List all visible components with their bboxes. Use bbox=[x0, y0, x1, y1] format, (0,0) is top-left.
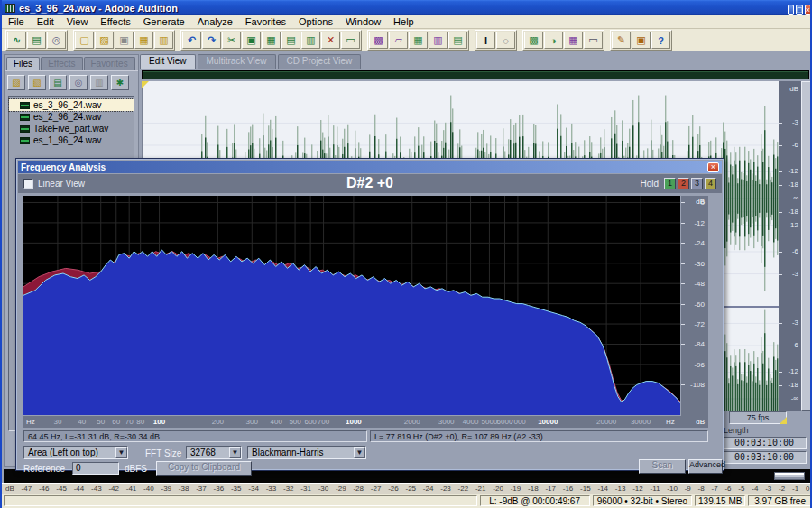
horizontal-scrollbar-thumb[interactable] bbox=[774, 472, 805, 480]
overview-navigator-bar[interactable] bbox=[142, 70, 809, 79]
scan-button[interactable]: Scan bbox=[639, 459, 686, 474]
ruler-tick-label: -6 bbox=[792, 247, 798, 255]
convert-sample-type-button[interactable]: ▩ bbox=[369, 32, 388, 49]
file-item[interactable]: TakeFive_part.wav bbox=[9, 123, 134, 134]
panel-resize-marker[interactable] bbox=[780, 417, 787, 424]
files-tab-files[interactable]: Files bbox=[6, 57, 40, 70]
tab-multitrack-view[interactable]: Multitrack View bbox=[198, 54, 276, 69]
frequency-spectrum-plot[interactable] bbox=[23, 196, 680, 415]
group-blocks-button[interactable]: ▦ bbox=[409, 32, 428, 49]
selection-boundary-marker[interactable] bbox=[142, 81, 149, 88]
y-axis-unit-bottom: dB bbox=[696, 418, 705, 426]
time-field[interactable]: 00:03:10:00 bbox=[722, 451, 807, 464]
help-icon: ? bbox=[658, 35, 664, 46]
advanced-button[interactable]: Advanced bbox=[688, 459, 723, 474]
save-file-button[interactable]: ▣ bbox=[115, 32, 134, 49]
meter-scale-label: dB bbox=[5, 485, 14, 494]
snapping-button[interactable]: ▥ bbox=[429, 32, 448, 49]
lasso-tool-button[interactable]: ◌ bbox=[496, 32, 515, 49]
snapshot-button[interactable]: ▣ bbox=[632, 32, 651, 49]
fft-size-label: FFT Size bbox=[145, 448, 181, 458]
copy-to-clipboard-button[interactable]: Copy to Clipboard bbox=[156, 461, 252, 476]
chevron-down-icon[interactable]: ▼ bbox=[354, 447, 365, 458]
menu-analyze[interactable]: Analyze bbox=[191, 16, 239, 27]
file-item[interactable]: es_2_96_24.wav bbox=[9, 111, 134, 123]
menu-window[interactable]: Window bbox=[339, 16, 387, 27]
time-field[interactable]: 00:03:10:00 bbox=[722, 437, 807, 449]
marker-button[interactable]: ▱ bbox=[389, 32, 408, 49]
tab-cd-project-view[interactable]: CD Project View bbox=[278, 54, 362, 69]
y-axis-tick bbox=[681, 365, 685, 365]
file-item[interactable]: es_1_96_24.wav bbox=[9, 134, 134, 146]
menu-file[interactable]: File bbox=[2, 16, 31, 27]
cd-project-view-button[interactable]: ◎ bbox=[47, 32, 66, 49]
redo-button[interactable]: ↷ bbox=[202, 32, 221, 49]
insert-into-cd-button[interactable]: ◎ bbox=[69, 75, 88, 90]
session-properties-button[interactable]: ▦ bbox=[564, 32, 583, 49]
advanced-options-button[interactable]: ✱ bbox=[111, 75, 129, 90]
import-file-button[interactable]: ▨ bbox=[7, 75, 25, 90]
area-select[interactable]: Area (Left on top) ▼ bbox=[23, 446, 128, 459]
hold-button-4[interactable]: 4 bbox=[705, 178, 716, 189]
copy-to-new-button[interactable]: ▦ bbox=[262, 32, 281, 49]
close-file-button[interactable]: ▧ bbox=[28, 75, 46, 90]
dialog-close-icon[interactable]: × bbox=[707, 162, 719, 172]
delete-selection-button[interactable]: ✕ bbox=[321, 32, 340, 49]
vertical-scrollbar[interactable] bbox=[801, 81, 812, 411]
save-as-button[interactable]: ▦ bbox=[134, 32, 153, 49]
dialog-title-bar[interactable]: Frequency Analysis × bbox=[18, 161, 722, 173]
reference-input[interactable]: 0 bbox=[72, 462, 119, 475]
edit-cursor-tool-button[interactable]: I bbox=[476, 32, 495, 49]
window-layout-button[interactable]: ▭ bbox=[584, 32, 603, 49]
y-axis-tick bbox=[681, 304, 685, 305]
meter-scale-label: -34 bbox=[248, 485, 259, 494]
file-item[interactable]: es_3_96_24.wav bbox=[9, 99, 134, 111]
menu-favorites[interactable]: Favorites bbox=[239, 16, 292, 27]
waveform-colors-button[interactable]: ◑ bbox=[544, 32, 563, 49]
title-bar[interactable]: es_3_96_24.wav - Adobe Audition _□× bbox=[2, 0, 812, 15]
undo-button[interactable]: ↶ bbox=[182, 32, 201, 49]
menu-view[interactable]: View bbox=[60, 16, 95, 27]
insert-into-multitrack-button[interactable]: ▤ bbox=[49, 75, 67, 90]
ruler-tick-label: -12 bbox=[788, 367, 798, 375]
new-file-button[interactable]: ▢ bbox=[75, 32, 94, 49]
help-button[interactable]: ? bbox=[651, 32, 670, 49]
open-file-button[interactable]: ▨ bbox=[95, 32, 114, 49]
menu-edit[interactable]: Edit bbox=[31, 16, 60, 27]
hold-button-3[interactable]: 3 bbox=[691, 178, 703, 189]
frequency-analysis-dialog: Frequency Analysis × Linear View D#2 +0 … bbox=[15, 158, 724, 471]
maximize-button[interactable]: □ bbox=[796, 5, 802, 15]
spectral-view-button[interactable]: ▩ bbox=[524, 32, 543, 49]
copy-button[interactable]: ▣ bbox=[242, 32, 261, 49]
menu-generate[interactable]: Generate bbox=[137, 16, 191, 27]
close-button[interactable]: × bbox=[805, 5, 811, 15]
minimize-button[interactable]: _ bbox=[788, 5, 794, 15]
tab-edit-view[interactable]: Edit View bbox=[140, 54, 196, 69]
menu-options[interactable]: Options bbox=[292, 16, 339, 27]
amplitude-ruler[interactable]: dB-3-3-6-6-12-12-18-18-∞-3-6-12-18-∞ bbox=[779, 81, 801, 411]
edit-waveform-view-button[interactable]: ∿ bbox=[7, 32, 26, 49]
files-tab-favorites[interactable]: Favorites bbox=[84, 57, 135, 70]
mix-paste-button[interactable]: ▥ bbox=[301, 32, 320, 49]
hold-button-1[interactable]: 1 bbox=[664, 178, 676, 189]
scripts-button[interactable]: ✎ bbox=[612, 32, 631, 49]
hold-button-2[interactable]: 2 bbox=[678, 178, 689, 189]
marker-icon: ▱ bbox=[394, 34, 401, 46]
file-full-paths-button[interactable]: ▥ bbox=[90, 75, 108, 90]
import-file-icon: ▨ bbox=[12, 78, 20, 88]
fft-size-select[interactable]: 32768 ▼ bbox=[186, 446, 242, 459]
menu-help[interactable]: Help bbox=[387, 16, 420, 27]
chevron-down-icon[interactable]: ▼ bbox=[115, 447, 127, 458]
chevron-down-icon[interactable]: ▼ bbox=[229, 447, 241, 458]
loop-mode-button[interactable]: ▤ bbox=[448, 32, 467, 49]
menu-effects[interactable]: Effects bbox=[94, 16, 136, 27]
cut-button[interactable]: ✂ bbox=[222, 32, 241, 49]
import-file-button[interactable]: ▥ bbox=[154, 32, 173, 49]
window-function-select[interactable]: Blackmann-Harris ▼ bbox=[247, 446, 366, 459]
paste-button[interactable]: ▤ bbox=[281, 32, 300, 49]
files-tab-effects[interactable]: Effects bbox=[41, 57, 82, 70]
multitrack-view-button[interactable]: ▤ bbox=[27, 32, 46, 49]
copy-icon: ▣ bbox=[246, 34, 255, 46]
trim-button[interactable]: ▭ bbox=[341, 32, 360, 49]
level-meter-scale[interactable]: dB-47-46-45-44-43-42-41-40-39-38-37-36-3… bbox=[2, 483, 812, 494]
